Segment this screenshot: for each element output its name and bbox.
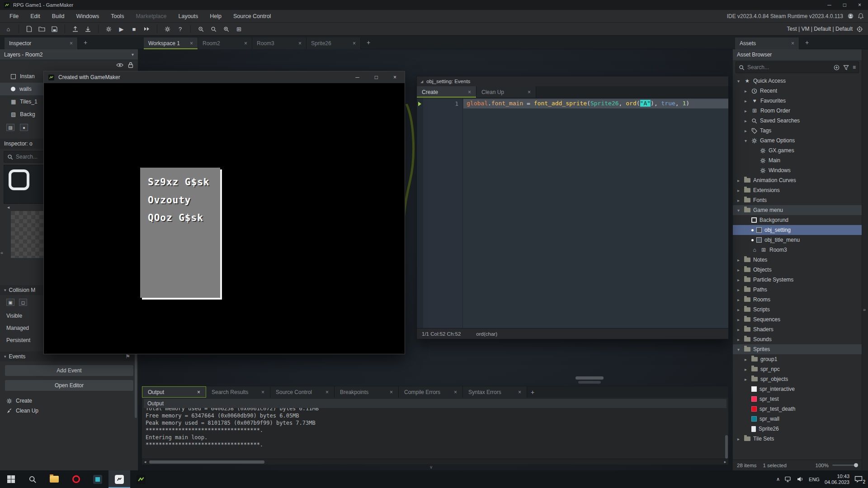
menu-build[interactable]: Build	[46, 10, 71, 22]
layers-dropdown[interactable]: Layers - Room2 ▾	[0, 49, 138, 60]
tree-item-favourites[interactable]: ▸ ♥ Favourites	[733, 96, 862, 106]
maximize-button[interactable]: □	[843, 2, 846, 8]
open-project-button[interactable]	[36, 23, 47, 34]
close-icon[interactable]: ×	[197, 389, 200, 395]
add-tab-button[interactable]: +	[527, 386, 538, 398]
tree-item-spr-test-death[interactable]: spr_test_death	[733, 404, 862, 414]
tree-item-main[interactable]: Main	[733, 155, 862, 165]
scroll-right-icon[interactable]: ▸	[722, 460, 728, 464]
add-event-button[interactable]: Add Event	[5, 365, 134, 376]
tab-breakpoints[interactable]: Breakpoints ×	[335, 386, 399, 398]
menu-tools[interactable]: Tools	[105, 10, 130, 22]
scroll-left-icon[interactable]: ◂	[142, 460, 148, 464]
chevron-right-icon[interactable]: ▸	[736, 297, 741, 302]
chevron-right-icon[interactable]: ▸	[736, 317, 741, 322]
chevron-down-icon[interactable]: ▾	[736, 347, 741, 352]
tree-item-group1[interactable]: ▸ group1	[733, 354, 862, 364]
filter-icon[interactable]	[843, 65, 849, 70]
tree-item-notes[interactable]: ▸ Notes	[733, 255, 862, 265]
zoom-slider[interactable]	[832, 465, 858, 466]
taskbar-clock[interactable]: 10:43 04.06.2023	[825, 474, 849, 485]
menu-source-control[interactable]: Source Control	[227, 10, 277, 22]
chevron-right-icon[interactable]: ▸	[736, 436, 741, 441]
close-icon[interactable]: ×	[791, 40, 794, 47]
zoom-in-button[interactable]	[221, 23, 232, 34]
asset-search[interactable]: ≡	[736, 61, 859, 73]
chevron-down-icon[interactable]: ▾	[743, 138, 749, 143]
collapse-bottom-panel-icon[interactable]: ∨	[429, 465, 433, 469]
scrollbar-thumb[interactable]	[725, 435, 728, 459]
tree-item-rooms[interactable]: ▸ Rooms	[733, 295, 862, 305]
flag-icon[interactable]: ⚑	[125, 353, 130, 360]
run-button[interactable]: ▶	[116, 23, 127, 34]
chevron-right-icon[interactable]: ▸	[736, 178, 741, 183]
add-tab-button[interactable]: +	[81, 39, 90, 46]
chevron-right-icon[interactable]: ▸	[736, 258, 741, 263]
menu-edit[interactable]: Edit	[24, 10, 46, 22]
eye-icon[interactable]	[116, 62, 123, 68]
close-icon[interactable]: ×	[190, 40, 193, 47]
tree-item-tile-sets[interactable]: ▸ Tile Sets	[733, 434, 862, 444]
chevron-right-icon[interactable]: ▸	[743, 128, 749, 133]
running-game-button[interactable]	[130, 470, 152, 488]
save-button[interactable]	[49, 23, 60, 34]
tab-syntax-errors[interactable]: Syntax Errors ×	[463, 386, 527, 398]
breakpoint-margin[interactable]	[417, 98, 423, 328]
tree-item-spr-wall[interactable]: spr_wall	[733, 414, 862, 424]
output-horizontal-scrollbar[interactable]: ◂ ▸	[142, 459, 728, 465]
chevron-right-icon[interactable]: ▸	[736, 277, 741, 282]
tree-item-quick-access[interactable]: ▾ ★ Quick Access	[733, 76, 862, 86]
game-viewport[interactable]: Sz9xz G$sk Ovzouty QOoz G$sk	[44, 83, 405, 354]
zoom-reset-button[interactable]	[208, 23, 219, 34]
close-icon[interactable]: ×	[70, 40, 73, 47]
chevron-right-icon[interactable]: ▸	[736, 287, 741, 292]
event-item-clean-up[interactable]: Clean Up	[0, 406, 138, 416]
tree-item-animation-curves[interactable]: ▸ Animation Curves	[733, 175, 862, 185]
chevron-right-icon[interactable]: ▸	[743, 357, 749, 362]
tab-source-control[interactable]: Source Control ×	[270, 386, 335, 398]
build-targets-text[interactable]: Test | VM | Default | Default	[787, 26, 853, 32]
tab-compile-errors[interactable]: Compile Errors ×	[399, 386, 463, 398]
tree-item-recent[interactable]: ▸ Recent	[733, 86, 862, 96]
collapsed-right-panel[interactable]: »	[862, 49, 868, 470]
target-icon[interactable]	[857, 26, 863, 32]
stop-button[interactable]: ■	[128, 23, 140, 34]
chevron-down-icon[interactable]: ▾	[736, 208, 741, 213]
bell-icon[interactable]	[858, 13, 863, 19]
tree-item-fonts[interactable]: ▸ Fonts	[733, 195, 862, 205]
tab-event-create[interactable]: Create ×	[417, 86, 476, 98]
close-icon[interactable]: ×	[528, 89, 531, 95]
output-source-bar[interactable]: Output	[144, 399, 726, 408]
tree-item-objects[interactable]: ▸ Objects	[733, 265, 862, 275]
tree-item-game-menu[interactable]: ▾ Game menu	[733, 205, 862, 215]
layout-grid-button[interactable]: ⊞	[233, 23, 245, 34]
scrollbar-thumb[interactable]	[149, 460, 264, 464]
home-button[interactable]: ⌂	[3, 23, 14, 34]
chevron-right-icon[interactable]: ▸	[736, 188, 741, 193]
close-icon[interactable]: ×	[326, 389, 329, 395]
close-icon[interactable]: ×	[518, 389, 521, 395]
tree-item-game-options[interactable]: ▾ Game Options	[733, 136, 862, 145]
workspace-scrollbar-thumb[interactable]	[578, 381, 601, 384]
maximize-button[interactable]: □	[375, 74, 378, 80]
image-tool-icon[interactable]: ▨	[6, 124, 14, 131]
tree-item-saved-searches[interactable]: ▸ Saved Searches	[733, 116, 862, 126]
new-project-button[interactable]	[24, 23, 35, 34]
event-item-create[interactable]: Create	[0, 396, 138, 406]
menu-icon[interactable]: ≡	[853, 64, 856, 70]
gamemaker-ide-button[interactable]	[108, 470, 130, 488]
code-editor[interactable]: 1 global.font_main = font_add_sprite(Spr…	[417, 98, 728, 328]
chevron-up-icon[interactable]: ▾	[4, 288, 6, 292]
chevron-right-icon[interactable]: ▸	[736, 198, 741, 203]
app-button[interactable]	[87, 470, 108, 488]
close-icon[interactable]: ×	[468, 89, 471, 95]
tab-output[interactable]: Output ×	[142, 386, 206, 398]
tree-item-scripts[interactable]: ▸ Scripts	[733, 305, 862, 314]
chevron-right-icon[interactable]: ▸	[743, 377, 749, 382]
network-icon[interactable]	[785, 476, 792, 482]
tree-item-room3[interactable]: ⌂ ⊞ Room3	[733, 245, 862, 255]
chevron-up-icon[interactable]: ▾	[4, 354, 6, 359]
tree-item-spr-objects[interactable]: ▸ spr_objects	[733, 374, 862, 384]
tree-item-sprite26[interactable]: Sprite26	[733, 424, 862, 434]
add-tab-button[interactable]: +	[364, 39, 373, 46]
